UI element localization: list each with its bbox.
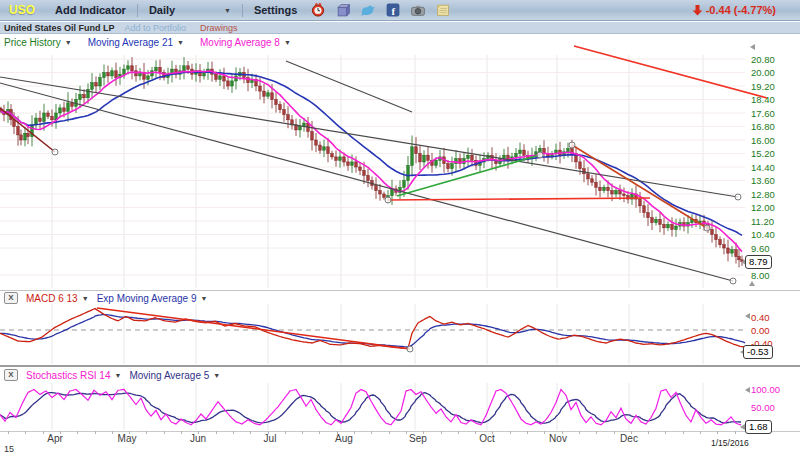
- price-axis-label: 16.80: [751, 121, 775, 132]
- chart-legend: Price History ▼ Moving Average 21 ▼ Movi…: [4, 37, 291, 48]
- trendline-handle[interactable]: [52, 149, 58, 155]
- time-tick: [631, 431, 632, 434]
- trendline-handle[interactable]: [537, 152, 543, 158]
- stoch-title-dropdown[interactable]: Stochastics RSI 14 ▼: [26, 370, 121, 381]
- legend-moving-average-21[interactable]: Moving Average 21 ▼: [88, 37, 184, 48]
- chevron-down-icon: ▼: [114, 372, 121, 379]
- timeframe-label: Daily: [149, 4, 175, 16]
- time-tick: [717, 431, 718, 434]
- price-axis-label: 19.20: [751, 81, 775, 92]
- time-tick: [354, 431, 355, 434]
- macd-title: MACD 6 13: [26, 293, 78, 304]
- macd-overlay-title: Exp Moving Average 9: [97, 293, 197, 304]
- time-tick: [475, 431, 476, 434]
- toolbar-separator: [137, 4, 138, 17]
- price-axis-label: 11.20: [751, 216, 774, 227]
- timeframe-dropdown[interactable]: Daily ▼: [149, 4, 231, 16]
- time-tick: [60, 431, 61, 434]
- macd-overlay-dropdown[interactable]: Exp Moving Average 9 ▼: [97, 293, 208, 304]
- trendline-handle[interactable]: [704, 225, 710, 231]
- legend-label: Moving Average 8: [200, 37, 280, 48]
- chevron-down-icon: ▼: [284, 39, 291, 46]
- time-tick: [683, 431, 684, 434]
- time-tick: [8, 431, 9, 434]
- month-label: Nov: [543, 433, 573, 444]
- month-label: Jun: [183, 433, 213, 444]
- price-axis-label: 20.00: [751, 67, 775, 78]
- axis-scroll-arrow[interactable]: [745, 313, 750, 319]
- time-tick: [562, 431, 563, 434]
- chevron-down-icon: ▼: [82, 295, 89, 302]
- trendline-handle[interactable]: [730, 278, 736, 284]
- price-axis-label: 10.40: [751, 229, 775, 240]
- camera-icon[interactable]: [410, 2, 426, 18]
- stoch-axis-label: 100.00: [751, 384, 780, 395]
- current-price-box: 8.79: [745, 255, 772, 269]
- legend-moving-average-8[interactable]: Moving Average 8 ▼: [200, 37, 291, 48]
- time-tick: [198, 431, 199, 434]
- axis-scroll-arrow[interactable]: [749, 281, 755, 286]
- year-label: 15: [4, 444, 14, 454]
- add-to-portfolio-link[interactable]: Add to Portfolio: [125, 23, 187, 33]
- time-tick: [735, 431, 736, 434]
- trendline[interactable]: [572, 145, 707, 228]
- time-tick: [250, 431, 251, 434]
- time-tick: [389, 431, 390, 434]
- trendline-handle[interactable]: [735, 194, 741, 200]
- price-axis-label: 15.20: [751, 148, 775, 159]
- settings-button[interactable]: Settings: [250, 4, 301, 16]
- cube-icon[interactable]: [335, 2, 351, 18]
- ticker-label: USO: [9, 3, 35, 17]
- macd-chart-canvas[interactable]: [0, 303, 800, 364]
- trendline[interactable]: [97, 308, 410, 349]
- close-stoch-button[interactable]: X: [4, 369, 18, 381]
- macd-header: X MACD 6 13 ▼ Exp Moving Average 9 ▼: [4, 292, 207, 304]
- price-chart-canvas[interactable]: [0, 40, 800, 290]
- svg-text:f: f: [392, 6, 396, 17]
- last-date-label: 1/15/2016: [711, 438, 749, 448]
- month-label: Aug: [329, 433, 359, 444]
- trendline-handle[interactable]: [407, 346, 413, 352]
- time-tick: [43, 431, 44, 434]
- toolbar-separator: [242, 4, 243, 17]
- legend-price-history[interactable]: Price History ▼: [4, 37, 72, 48]
- time-tick: [458, 431, 459, 434]
- time-tick: [579, 431, 580, 434]
- twitter-icon[interactable]: [360, 2, 376, 18]
- ma8-line: [1, 71, 742, 252]
- time-tick: [596, 431, 597, 434]
- price-axis-label: 16.00: [751, 135, 775, 146]
- stoch-overlay-dropdown[interactable]: Moving Average 5 ▼: [129, 370, 220, 381]
- trendline-handle[interactable]: [385, 197, 391, 203]
- price-axis-label: 12.80: [751, 189, 775, 200]
- trendline-handle[interactable]: [569, 142, 575, 148]
- axis-scroll-arrow[interactable]: [745, 387, 750, 393]
- time-tick: [216, 431, 217, 434]
- chevron-down-icon: ▼: [201, 295, 208, 302]
- notes-icon[interactable]: [435, 2, 451, 18]
- macd-title-dropdown[interactable]: MACD 6 13 ▼: [26, 293, 89, 304]
- time-tick: [302, 431, 303, 434]
- time-tick: [510, 431, 511, 434]
- axis-scroll-arrow[interactable]: [750, 44, 755, 50]
- time-tick: [95, 431, 96, 434]
- close-macd-button[interactable]: X: [4, 292, 18, 304]
- time-tick: [164, 431, 165, 434]
- alarm-clock-icon[interactable]: [310, 2, 326, 18]
- drawings-link[interactable]: Drawings: [200, 23, 238, 33]
- time-tick: [233, 431, 234, 434]
- quote-change: -0.44 (-4.77%): [692, 4, 776, 16]
- down-arrow-icon: [692, 4, 703, 16]
- time-tick: [492, 431, 493, 434]
- time-tick: [77, 431, 78, 434]
- price-axis-label: 17.60: [751, 108, 775, 119]
- stoch-overlay-title: Moving Average 5: [129, 370, 209, 381]
- time-tick: [371, 431, 372, 434]
- stoch-chart-canvas[interactable]: [0, 382, 800, 430]
- symbol-bar: United States Oil Fund LP Add to Portfol…: [0, 22, 800, 34]
- add-indicator-button[interactable]: Add Indicator: [51, 4, 130, 16]
- price-axis-label: 14.40: [751, 162, 775, 173]
- time-tick: [527, 431, 528, 434]
- facebook-icon[interactable]: f: [385, 2, 401, 18]
- month-label: May: [112, 433, 142, 444]
